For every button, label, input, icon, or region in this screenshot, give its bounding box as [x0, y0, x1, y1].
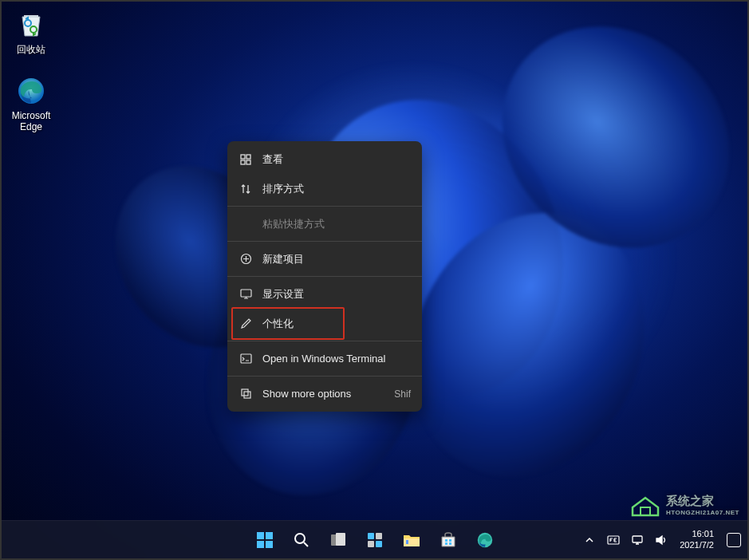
- desktop-icon-edge[interactable]: Microsoft Edge: [2, 75, 61, 132]
- start-button[interactable]: [249, 524, 281, 556]
- watermark-text: 系统之家: [666, 494, 739, 509]
- plus-circle-icon: [238, 252, 253, 266]
- taskbar-center: [249, 524, 501, 556]
- svg-rect-27: [449, 542, 451, 545]
- tray-time: 16:01: [692, 529, 714, 539]
- svg-rect-23: [406, 540, 408, 544]
- store-button[interactable]: [432, 524, 464, 556]
- store-icon: [440, 531, 457, 549]
- taskview-icon: [329, 531, 347, 549]
- svg-rect-26: [445, 542, 447, 545]
- system-tray: 16:01 2021/7/2: [581, 524, 741, 556]
- menu-item-personalize[interactable]: 个性化: [227, 309, 422, 338]
- menu-item-label: Open in Windows Terminal: [262, 353, 385, 365]
- svg-rect-18: [336, 533, 345, 546]
- menu-item-terminal[interactable]: Open in Windows Terminal: [227, 344, 422, 373]
- explorer-button[interactable]: [396, 524, 428, 556]
- svg-rect-3: [241, 155, 245, 159]
- menu-item-label: 排序方式: [262, 182, 304, 196]
- notifications-icon: [727, 533, 741, 547]
- folder-icon: [402, 531, 421, 549]
- menu-item-label: 个性化: [262, 317, 294, 331]
- sort-icon: [238, 182, 253, 196]
- search-button[interactable]: [286, 524, 317, 556]
- menu-item-paste-shortcut: 粘贴快捷方式: [227, 209, 422, 239]
- taskview-button[interactable]: [322, 524, 354, 556]
- terminal-icon: [238, 352, 253, 366]
- menu-item-shortcut: Shif: [394, 388, 411, 400]
- watermark-subtext: HTONGZHI21A07.NET: [666, 509, 739, 516]
- menu-item-view[interactable]: 查看: [227, 144, 422, 174]
- more-icon: [238, 387, 253, 401]
- widgets-icon: [366, 531, 384, 549]
- menu-separator: [227, 206, 422, 207]
- desktop-icon-label: Microsoft Edge: [12, 110, 51, 132]
- menu-item-display-settings[interactable]: 显示设置: [227, 279, 422, 309]
- svg-rect-6: [246, 160, 250, 164]
- svg-rect-12: [257, 532, 264, 539]
- widgets-button[interactable]: [359, 524, 391, 556]
- tray-date: 2021/7/2: [680, 540, 714, 550]
- svg-rect-30: [633, 536, 642, 542]
- volume-icon: [655, 534, 668, 546]
- svg-rect-9: [241, 354, 251, 363]
- watermark-logo-icon: [629, 493, 661, 517]
- watermark: 系统之家 HTONGZHI21A07.NET: [629, 493, 739, 517]
- menu-item-label: 新建项目: [262, 252, 304, 266]
- desktop-icon-label: 回收站: [17, 43, 45, 57]
- menu-item-new[interactable]: 新建项目: [227, 244, 422, 274]
- menu-separator: [227, 376, 422, 377]
- grid-icon: [238, 152, 253, 167]
- svg-rect-21: [368, 541, 374, 547]
- svg-rect-8: [241, 290, 251, 297]
- menu-item-label: 查看: [262, 152, 283, 167]
- datetime-button[interactable]: 16:01 2021/7/2: [676, 529, 717, 550]
- network-icon: [631, 534, 644, 546]
- menu-item-sort[interactable]: 排序方式: [227, 174, 422, 203]
- blank-icon: [238, 217, 253, 231]
- menu-separator: [227, 341, 422, 341]
- ime-icon: [607, 534, 620, 546]
- svg-rect-4: [246, 155, 250, 159]
- menu-item-label: 显示设置: [262, 287, 304, 302]
- desktop-context-menu: 查看 排序方式 粘贴快捷方式 新建项目 显示设置: [227, 141, 422, 412]
- svg-rect-5: [241, 160, 245, 164]
- svg-rect-25: [449, 539, 451, 542]
- edge-icon: [15, 75, 47, 107]
- recycle-bin-icon: [15, 8, 47, 40]
- tray-overflow-button[interactable]: [581, 524, 598, 556]
- display-icon: [238, 287, 253, 302]
- svg-rect-19: [368, 533, 374, 539]
- chevron-up-icon: [585, 535, 594, 545]
- svg-rect-13: [266, 532, 273, 539]
- svg-rect-10: [242, 389, 248, 396]
- menu-item-label: Show more options: [262, 388, 351, 400]
- svg-rect-20: [376, 533, 382, 539]
- svg-rect-11: [244, 392, 250, 398]
- svg-rect-14: [257, 541, 264, 548]
- edge-taskbar-button[interactable]: [469, 524, 501, 556]
- svg-rect-15: [266, 541, 273, 548]
- menu-separator: [227, 241, 422, 242]
- menu-separator: [227, 276, 422, 277]
- menu-item-label: 粘贴快捷方式: [262, 217, 325, 231]
- svg-rect-29: [608, 536, 619, 544]
- desktop-icon-recycle-bin[interactable]: 回收站: [2, 8, 61, 57]
- network-button[interactable]: [629, 524, 646, 556]
- svg-point-16: [295, 534, 305, 543]
- taskbar: 16:01 2021/7/2: [2, 520, 747, 558]
- notifications-button[interactable]: [723, 524, 741, 556]
- menu-item-more-options[interactable]: Show more options Shif: [227, 379, 422, 408]
- svg-rect-24: [445, 539, 447, 542]
- volume-button[interactable]: [652, 524, 670, 556]
- pencil-icon: [238, 317, 253, 331]
- svg-rect-22: [376, 541, 382, 547]
- edge-icon: [476, 531, 494, 549]
- search-icon: [293, 531, 310, 549]
- windows-logo-icon: [256, 531, 274, 549]
- ime-button[interactable]: [605, 524, 622, 556]
